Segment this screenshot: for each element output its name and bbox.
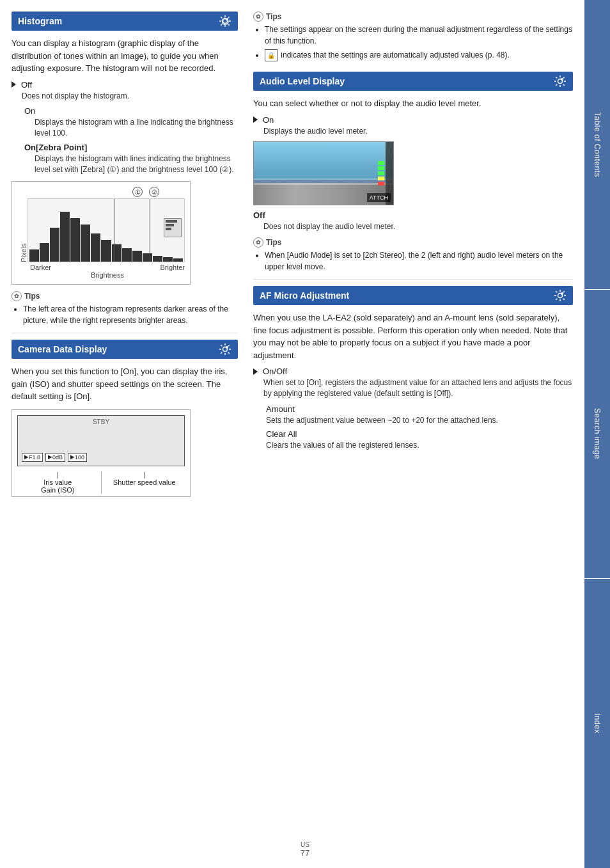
cam-divider: [101, 471, 102, 494]
af-micro-gear-icon: [554, 289, 567, 302]
sidebar-tab-toc[interactable]: Table of Contents: [584, 0, 610, 290]
camera-data-tips-title: ✿ Tips: [253, 12, 573, 22]
cam-gain-badge: ▶ 0dB: [45, 453, 65, 462]
hist-bar-13: [153, 256, 162, 262]
histogram-tips-box: ✿ Tips The left area of the histogram re…: [12, 291, 238, 326]
hist-bar-10: [122, 248, 132, 262]
svg-point-5: [561, 78, 563, 81]
audio-level-off-title: Off: [253, 210, 573, 220]
svg-point-1: [226, 18, 228, 20]
hist-bar-12: [143, 253, 152, 262]
cam-shutter-label-group: | Shutter speed value: [104, 471, 185, 494]
camera-data-tip-2: 🔒 indicates that the settings are automa…: [265, 49, 573, 61]
af-micro-amount: Amount Sets the adjustment value between…: [266, 404, 573, 426]
audio-level-tips-list: When [Audio Mode] is set to [2ch Stereo]…: [253, 249, 573, 272]
audio-level-tips-box: ✿ Tips When [Audio Mode] is set to [2ch …: [253, 237, 573, 272]
histogram-tip-1: The left area of the histogram represent…: [23, 303, 238, 326]
histogram-zebra-title: On[Zebra Point]: [24, 143, 238, 152]
audio-level-on-desc: Displays the audio level meter.: [263, 126, 573, 137]
histogram-on-desc: Displays the histogram with a line indic…: [35, 117, 238, 139]
cam-iris-label: Iris value: [43, 478, 72, 486]
af-micro-clear-all: Clear All Clears the values of all the r…: [266, 429, 573, 451]
cam-stby-label: STBY: [93, 418, 109, 425]
histogram-brighter: Brighter: [160, 264, 185, 271]
af-micro-option-onoff: On/Off When set to [On], registers the a…: [253, 367, 573, 399]
histogram-section-header: Histogram: [12, 12, 238, 31]
cam-iris-badge: ▶ F1.8: [22, 453, 43, 462]
histogram-circle-1: ①: [132, 187, 143, 197]
camera-data-diagram: STBY ▶ F1.8 ▶ 0dB ▶ 100: [12, 409, 191, 497]
hist-bar-7: [91, 233, 100, 262]
af-micro-section-header: AF Micro Adjustment: [253, 286, 573, 305]
cam-gain-label: Gain (ISO): [41, 486, 75, 494]
camera-data-section-header: Camera Data Display: [12, 340, 238, 359]
histogram-zebra-desc: Displays the histogram with lines indica…: [35, 154, 238, 175]
af-micro-onoff-arrow: [253, 368, 258, 375]
histogram-option-zebra: On[Zebra Point] Displays the histogram w…: [24, 143, 238, 175]
audio-level-tip-1: When [Audio Mode] is set to [2ch Stereo]…: [265, 249, 573, 272]
audio-level-on-title: On: [253, 115, 573, 125]
histogram-tips-list: The left area of the histogram represent…: [12, 303, 238, 326]
histogram-ylabel: Pixels: [17, 198, 27, 262]
af-micro-amount-desc: Sets the adjustment value between −20 to…: [266, 415, 573, 426]
audio-level-tips-title: ✿ Tips: [253, 237, 573, 248]
hist-bar-8: [101, 240, 111, 262]
histogram-gear-icon: [219, 15, 231, 28]
camera-data-intro: When you set this function to [On], you …: [12, 365, 238, 403]
histogram-option-on: On Displays the histogram with a line in…: [24, 106, 238, 139]
histogram-title: Histogram: [18, 16, 62, 26]
af-micro-onoff-desc: When set to [On], registers the adjustme…: [263, 377, 573, 399]
sidebar: Table of Contents Search image Index: [584, 0, 610, 868]
camera-screen: STBY ▶ F1.8 ▶ 0dB ▶ 100: [17, 415, 185, 466]
hist-bar-11: [132, 251, 142, 262]
audio-level-option-on: On Displays the audio level meter.: [253, 115, 573, 137]
hist-bar-1: [29, 249, 39, 262]
histogram-off-arrow: [12, 81, 16, 88]
cam-shutter-label: Shutter speed value: [113, 478, 176, 486]
audio-level-section-header: Audio Level Display: [253, 72, 573, 91]
audio-img-overlay: ATTCH: [367, 193, 391, 202]
audio-level-off-desc: Does not display the audio level meter.: [263, 221, 573, 232]
sidebar-tab-search[interactable]: Search image: [584, 290, 610, 580]
audio-level-on-arrow: [253, 116, 258, 123]
histogram-circles: ① ②: [17, 187, 185, 197]
histogram-on-title: On: [24, 106, 238, 116]
svg-point-3: [226, 346, 228, 349]
histogram-tips-icon: ✿: [12, 291, 22, 301]
hist-bar-6: [81, 225, 90, 262]
audio-level-intro: You can select whether or not to display…: [253, 97, 573, 110]
histogram-circle-2: ②: [149, 187, 159, 197]
histogram-darker: Darker: [30, 264, 51, 271]
sidebar-tab-index[interactable]: Index: [584, 579, 610, 868]
camera-data-tips-list: The settings appear on the screen during…: [253, 24, 573, 61]
histogram-inset: [164, 218, 182, 237]
audio-level-tips-icon: ✿: [253, 237, 263, 248]
camera-data-tips-box: ✿ Tips The settings appear on the screen…: [253, 12, 573, 61]
camera-data-title: Camera Data Display: [18, 344, 107, 354]
cam-iris-label-group: | Iris value Gain (ISO): [17, 471, 98, 494]
hist-bar-9: [112, 244, 121, 262]
af-micro-amount-title: Amount: [266, 404, 573, 414]
histogram-main: Pixels: [17, 198, 185, 262]
hist-bar-4: [60, 212, 70, 262]
af-micro-title: AF Micro Adjustment: [260, 290, 349, 301]
hist-bar-5: [70, 218, 80, 262]
audio-level-option-off: Off Does not display the audio level met…: [253, 210, 573, 232]
af-micro-clear-all-desc: Clears the values of all the registered …: [266, 440, 573, 451]
camera-data-tip-1: The settings appear on the screen during…: [265, 24, 573, 47]
hist-bar-3: [50, 228, 59, 262]
histogram-option-off: Off Does not display the histogram.: [12, 80, 238, 102]
histogram-chart: [27, 198, 185, 262]
page-number: US 77: [301, 841, 309, 858]
cam-data-row: ▶ F1.8 ▶ 0dB ▶ 100: [22, 453, 87, 462]
camera-data-tips-icon: ✿: [253, 12, 263, 22]
af-micro-clear-all-title: Clear All: [266, 429, 573, 439]
cam-labels: | Iris value Gain (ISO) | Shutter speed …: [17, 469, 185, 496]
audio-level-title: Audio Level Display: [260, 76, 345, 86]
svg-point-7: [561, 292, 563, 295]
histogram-xlabel: Darker Brighter: [17, 262, 185, 271]
af-micro-onoff-title: On/Off: [253, 367, 573, 376]
hist-bar-15: [173, 258, 183, 262]
audio-level-image: ATTCH: [253, 141, 394, 205]
histogram-off-title: Off: [12, 80, 238, 90]
